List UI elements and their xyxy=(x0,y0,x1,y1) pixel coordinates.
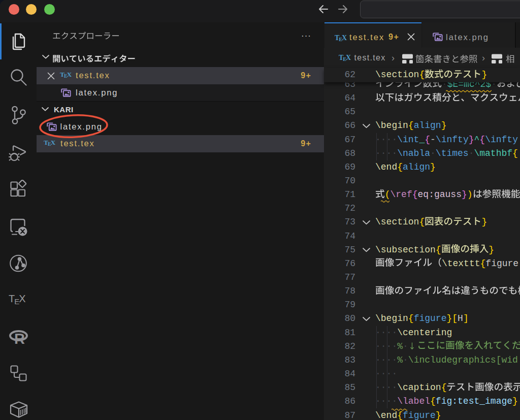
svg-text:R: R xyxy=(14,331,25,346)
